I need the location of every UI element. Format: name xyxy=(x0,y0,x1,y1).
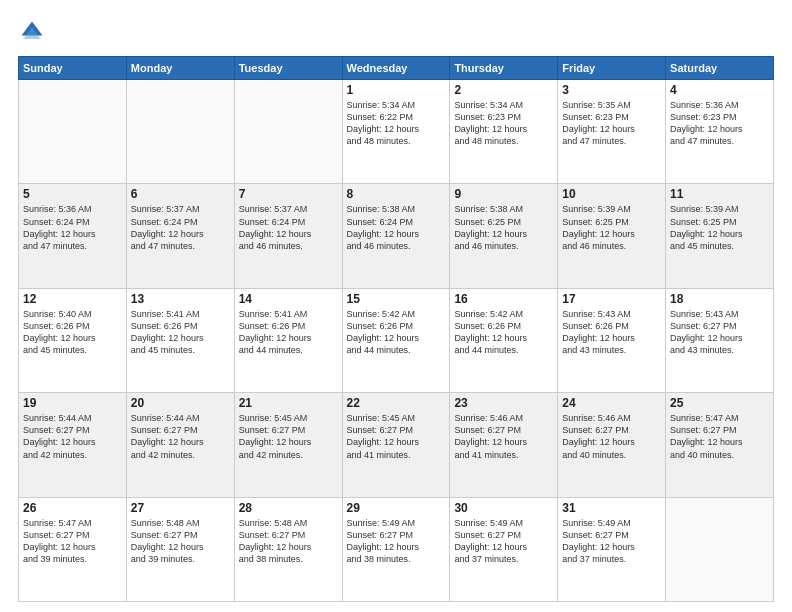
day-info: Sunrise: 5:38 AM Sunset: 6:24 PM Dayligh… xyxy=(347,203,446,252)
calendar-cell: 16Sunrise: 5:42 AM Sunset: 6:26 PM Dayli… xyxy=(450,288,558,392)
day-number: 7 xyxy=(239,187,338,201)
day-info: Sunrise: 5:34 AM Sunset: 6:22 PM Dayligh… xyxy=(347,99,446,148)
calendar-cell: 14Sunrise: 5:41 AM Sunset: 6:26 PM Dayli… xyxy=(234,288,342,392)
calendar-cell: 2Sunrise: 5:34 AM Sunset: 6:23 PM Daylig… xyxy=(450,80,558,184)
weekday-header-thursday: Thursday xyxy=(450,57,558,80)
calendar-cell: 3Sunrise: 5:35 AM Sunset: 6:23 PM Daylig… xyxy=(558,80,666,184)
day-info: Sunrise: 5:43 AM Sunset: 6:27 PM Dayligh… xyxy=(670,308,769,357)
calendar-cell xyxy=(234,80,342,184)
day-info: Sunrise: 5:38 AM Sunset: 6:25 PM Dayligh… xyxy=(454,203,553,252)
calendar-cell xyxy=(19,80,127,184)
day-number: 20 xyxy=(131,396,230,410)
day-info: Sunrise: 5:34 AM Sunset: 6:23 PM Dayligh… xyxy=(454,99,553,148)
calendar-table: SundayMondayTuesdayWednesdayThursdayFrid… xyxy=(18,56,774,602)
logo xyxy=(18,18,50,46)
day-info: Sunrise: 5:41 AM Sunset: 6:26 PM Dayligh… xyxy=(239,308,338,357)
weekday-header-monday: Monday xyxy=(126,57,234,80)
day-number: 10 xyxy=(562,187,661,201)
day-number: 5 xyxy=(23,187,122,201)
calendar-week-1: 1Sunrise: 5:34 AM Sunset: 6:22 PM Daylig… xyxy=(19,80,774,184)
day-number: 26 xyxy=(23,501,122,515)
day-info: Sunrise: 5:49 AM Sunset: 6:27 PM Dayligh… xyxy=(347,517,446,566)
day-number: 15 xyxy=(347,292,446,306)
day-number: 14 xyxy=(239,292,338,306)
day-number: 30 xyxy=(454,501,553,515)
calendar-week-4: 19Sunrise: 5:44 AM Sunset: 6:27 PM Dayli… xyxy=(19,393,774,497)
day-info: Sunrise: 5:45 AM Sunset: 6:27 PM Dayligh… xyxy=(239,412,338,461)
calendar-cell: 18Sunrise: 5:43 AM Sunset: 6:27 PM Dayli… xyxy=(666,288,774,392)
calendar-cell: 27Sunrise: 5:48 AM Sunset: 6:27 PM Dayli… xyxy=(126,497,234,601)
day-info: Sunrise: 5:36 AM Sunset: 6:24 PM Dayligh… xyxy=(23,203,122,252)
calendar-cell: 19Sunrise: 5:44 AM Sunset: 6:27 PM Dayli… xyxy=(19,393,127,497)
calendar-cell: 25Sunrise: 5:47 AM Sunset: 6:27 PM Dayli… xyxy=(666,393,774,497)
calendar-cell xyxy=(126,80,234,184)
day-info: Sunrise: 5:44 AM Sunset: 6:27 PM Dayligh… xyxy=(131,412,230,461)
day-number: 2 xyxy=(454,83,553,97)
calendar-cell: 5Sunrise: 5:36 AM Sunset: 6:24 PM Daylig… xyxy=(19,184,127,288)
day-number: 18 xyxy=(670,292,769,306)
calendar-cell: 28Sunrise: 5:48 AM Sunset: 6:27 PM Dayli… xyxy=(234,497,342,601)
calendar-cell: 30Sunrise: 5:49 AM Sunset: 6:27 PM Dayli… xyxy=(450,497,558,601)
day-number: 3 xyxy=(562,83,661,97)
day-number: 11 xyxy=(670,187,769,201)
day-number: 13 xyxy=(131,292,230,306)
day-number: 25 xyxy=(670,396,769,410)
day-number: 9 xyxy=(454,187,553,201)
calendar-cell: 15Sunrise: 5:42 AM Sunset: 6:26 PM Dayli… xyxy=(342,288,450,392)
day-number: 16 xyxy=(454,292,553,306)
calendar-cell: 20Sunrise: 5:44 AM Sunset: 6:27 PM Dayli… xyxy=(126,393,234,497)
calendar-cell: 11Sunrise: 5:39 AM Sunset: 6:25 PM Dayli… xyxy=(666,184,774,288)
day-info: Sunrise: 5:46 AM Sunset: 6:27 PM Dayligh… xyxy=(562,412,661,461)
day-number: 28 xyxy=(239,501,338,515)
day-info: Sunrise: 5:37 AM Sunset: 6:24 PM Dayligh… xyxy=(239,203,338,252)
day-info: Sunrise: 5:35 AM Sunset: 6:23 PM Dayligh… xyxy=(562,99,661,148)
day-info: Sunrise: 5:49 AM Sunset: 6:27 PM Dayligh… xyxy=(562,517,661,566)
weekday-header-sunday: Sunday xyxy=(19,57,127,80)
day-info: Sunrise: 5:47 AM Sunset: 6:27 PM Dayligh… xyxy=(23,517,122,566)
day-number: 31 xyxy=(562,501,661,515)
weekday-header-friday: Friday xyxy=(558,57,666,80)
calendar-cell: 1Sunrise: 5:34 AM Sunset: 6:22 PM Daylig… xyxy=(342,80,450,184)
calendar-week-3: 12Sunrise: 5:40 AM Sunset: 6:26 PM Dayli… xyxy=(19,288,774,392)
calendar-cell: 26Sunrise: 5:47 AM Sunset: 6:27 PM Dayli… xyxy=(19,497,127,601)
day-info: Sunrise: 5:44 AM Sunset: 6:27 PM Dayligh… xyxy=(23,412,122,461)
day-number: 24 xyxy=(562,396,661,410)
calendar-cell: 24Sunrise: 5:46 AM Sunset: 6:27 PM Dayli… xyxy=(558,393,666,497)
weekday-header-tuesday: Tuesday xyxy=(234,57,342,80)
day-info: Sunrise: 5:48 AM Sunset: 6:27 PM Dayligh… xyxy=(131,517,230,566)
weekday-header-wednesday: Wednesday xyxy=(342,57,450,80)
day-info: Sunrise: 5:40 AM Sunset: 6:26 PM Dayligh… xyxy=(23,308,122,357)
day-number: 23 xyxy=(454,396,553,410)
day-number: 1 xyxy=(347,83,446,97)
day-number: 17 xyxy=(562,292,661,306)
day-info: Sunrise: 5:39 AM Sunset: 6:25 PM Dayligh… xyxy=(562,203,661,252)
calendar-cell: 9Sunrise: 5:38 AM Sunset: 6:25 PM Daylig… xyxy=(450,184,558,288)
logo-icon xyxy=(18,18,46,46)
day-number: 4 xyxy=(670,83,769,97)
calendar-cell: 8Sunrise: 5:38 AM Sunset: 6:24 PM Daylig… xyxy=(342,184,450,288)
day-number: 22 xyxy=(347,396,446,410)
calendar-cell: 13Sunrise: 5:41 AM Sunset: 6:26 PM Dayli… xyxy=(126,288,234,392)
day-number: 29 xyxy=(347,501,446,515)
calendar-cell: 10Sunrise: 5:39 AM Sunset: 6:25 PM Dayli… xyxy=(558,184,666,288)
weekday-header-saturday: Saturday xyxy=(666,57,774,80)
day-number: 12 xyxy=(23,292,122,306)
day-number: 21 xyxy=(239,396,338,410)
day-number: 8 xyxy=(347,187,446,201)
calendar-cell: 6Sunrise: 5:37 AM Sunset: 6:24 PM Daylig… xyxy=(126,184,234,288)
weekday-header-row: SundayMondayTuesdayWednesdayThursdayFrid… xyxy=(19,57,774,80)
calendar-week-2: 5Sunrise: 5:36 AM Sunset: 6:24 PM Daylig… xyxy=(19,184,774,288)
day-info: Sunrise: 5:42 AM Sunset: 6:26 PM Dayligh… xyxy=(347,308,446,357)
day-info: Sunrise: 5:37 AM Sunset: 6:24 PM Dayligh… xyxy=(131,203,230,252)
calendar-cell: 31Sunrise: 5:49 AM Sunset: 6:27 PM Dayli… xyxy=(558,497,666,601)
day-info: Sunrise: 5:48 AM Sunset: 6:27 PM Dayligh… xyxy=(239,517,338,566)
day-number: 19 xyxy=(23,396,122,410)
header xyxy=(18,18,774,46)
calendar-cell: 4Sunrise: 5:36 AM Sunset: 6:23 PM Daylig… xyxy=(666,80,774,184)
day-info: Sunrise: 5:36 AM Sunset: 6:23 PM Dayligh… xyxy=(670,99,769,148)
day-info: Sunrise: 5:49 AM Sunset: 6:27 PM Dayligh… xyxy=(454,517,553,566)
day-info: Sunrise: 5:46 AM Sunset: 6:27 PM Dayligh… xyxy=(454,412,553,461)
day-number: 27 xyxy=(131,501,230,515)
calendar-cell: 17Sunrise: 5:43 AM Sunset: 6:26 PM Dayli… xyxy=(558,288,666,392)
calendar-cell: 21Sunrise: 5:45 AM Sunset: 6:27 PM Dayli… xyxy=(234,393,342,497)
